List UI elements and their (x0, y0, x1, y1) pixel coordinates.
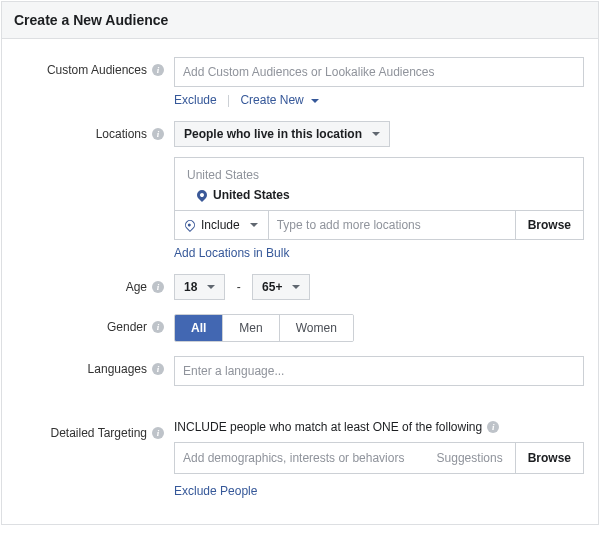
row-locations: Locations i People who live in this loca… (16, 121, 584, 260)
row-age: Age i 18 - 65+ (16, 274, 584, 300)
create-new-text: Create New (240, 93, 303, 107)
add-locations-bulk-link[interactable]: Add Locations in Bulk (174, 246, 289, 260)
row-detailed-targeting: Detailed Targeting i INCLUDE people who … (16, 420, 584, 498)
gender-button-group: All Men Women (174, 314, 354, 342)
age-max-dropdown[interactable]: 65+ (252, 274, 310, 300)
chevron-down-icon (250, 223, 258, 227)
row-custom-audiences: Custom Audiences i Exclude Create New (16, 57, 584, 107)
panel-body: Custom Audiences i Exclude Create New Lo… (2, 39, 598, 524)
info-icon[interactable]: i (152, 321, 164, 333)
locations-label-text: Locations (96, 127, 147, 141)
field-gender: All Men Women (174, 314, 584, 342)
divider (228, 95, 229, 107)
gender-women-button[interactable]: Women (280, 315, 353, 341)
custom-audiences-input[interactable] (174, 57, 584, 87)
include-heading: INCLUDE people who match at least ONE of… (174, 420, 584, 434)
age-label-text: Age (126, 280, 147, 294)
gender-label-text: Gender (107, 320, 147, 334)
age-max-value: 65+ (262, 280, 282, 294)
age-min-dropdown[interactable]: 18 (174, 274, 225, 300)
gender-all-button[interactable]: All (175, 315, 223, 341)
info-icon[interactable]: i (152, 427, 164, 439)
chevron-down-icon (311, 99, 319, 103)
field-locations: People who live in this location United … (174, 121, 584, 260)
location-group-label: United States (187, 168, 571, 182)
bulk-link-row: Add Locations in Bulk (174, 246, 584, 260)
chevron-down-icon (372, 132, 380, 136)
age-dash: - (237, 280, 241, 294)
languages-input[interactable] (174, 356, 584, 386)
browse-locations-button[interactable]: Browse (515, 211, 583, 239)
locations-footer: Include Browse (175, 210, 583, 239)
location-item-text: United States (213, 188, 290, 202)
section-gap (16, 400, 584, 420)
age-min-value: 18 (184, 280, 197, 294)
label-locations: Locations i (16, 121, 174, 141)
exclude-link[interactable]: Exclude (174, 93, 217, 107)
info-icon[interactable]: i (152, 363, 164, 375)
exclude-people-link[interactable]: Exclude People (174, 484, 257, 498)
location-type-value: People who live in this location (184, 127, 362, 141)
pin-outline-icon (183, 218, 197, 232)
suggestions-button[interactable]: Suggestions (425, 443, 515, 473)
label-detailed-targeting: Detailed Targeting i (16, 420, 174, 440)
browse-targeting-button[interactable]: Browse (515, 443, 583, 473)
row-gender: Gender i All Men Women (16, 314, 584, 342)
info-icon[interactable]: i (152, 128, 164, 140)
chevron-down-icon (207, 285, 215, 289)
location-item[interactable]: United States (197, 188, 571, 202)
panel-title: Create a New Audience (2, 2, 598, 39)
include-heading-text: INCLUDE people who match at least ONE of… (174, 420, 482, 434)
info-icon[interactable]: i (152, 64, 164, 76)
field-custom-audiences: Exclude Create New (174, 57, 584, 107)
audience-panel: Create a New Audience Custom Audiences i… (1, 1, 599, 525)
field-detailed-targeting: INCLUDE people who match at least ONE of… (174, 420, 584, 498)
languages-label-text: Languages (88, 362, 147, 376)
locations-body: United States United States (175, 158, 583, 210)
include-dropdown[interactable]: Include (175, 211, 269, 239)
locations-box: United States United States Include (174, 157, 584, 240)
detailed-targeting-input[interactable] (175, 443, 425, 473)
chevron-down-icon (292, 285, 300, 289)
row-languages: Languages i (16, 356, 584, 386)
create-new-link[interactable]: Create New (240, 93, 319, 107)
field-languages (174, 356, 584, 386)
label-gender: Gender i (16, 314, 174, 334)
info-icon[interactable]: i (487, 421, 499, 433)
detailed-targeting-box: Suggestions Browse (174, 442, 584, 474)
custom-audiences-links: Exclude Create New (174, 93, 584, 107)
location-search-input[interactable] (269, 211, 515, 239)
detailed-targeting-label-text: Detailed Targeting (50, 426, 147, 440)
field-age: 18 - 65+ (174, 274, 584, 300)
pin-icon (195, 188, 209, 202)
include-label: Include (201, 218, 240, 232)
gender-men-button[interactable]: Men (223, 315, 279, 341)
label-custom-audiences: Custom Audiences i (16, 57, 174, 77)
label-languages: Languages i (16, 356, 174, 376)
location-type-dropdown[interactable]: People who live in this location (174, 121, 390, 147)
custom-audiences-label-text: Custom Audiences (47, 63, 147, 77)
label-age: Age i (16, 274, 174, 294)
exclude-people-row: Exclude People (174, 484, 584, 498)
info-icon[interactable]: i (152, 281, 164, 293)
